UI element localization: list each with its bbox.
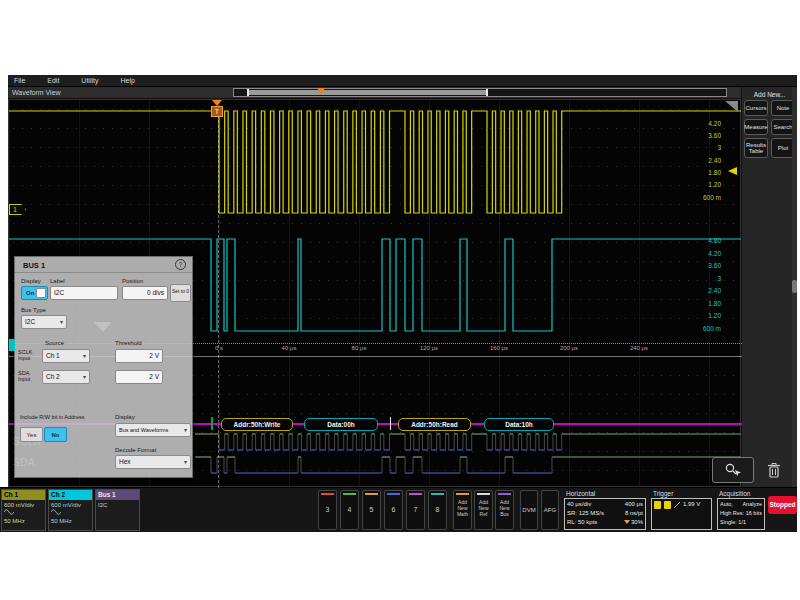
cursors-button[interactable]: Cursors bbox=[744, 100, 768, 116]
ch2-badge[interactable]: Ch 2 600 mV/div 50 MHz bbox=[48, 489, 93, 531]
add-math-label: Add New Math bbox=[457, 499, 468, 517]
toggle-knob[interactable] bbox=[36, 288, 46, 298]
ch2-reference-marker[interactable] bbox=[9, 339, 15, 351]
ch7-button[interactable]: 7 bbox=[406, 490, 425, 530]
ch5-button[interactable]: 5 bbox=[362, 490, 381, 530]
pan-handle-left-bracket[interactable] bbox=[247, 89, 249, 96]
sidebar-scrollbar-track[interactable] bbox=[792, 87, 797, 487]
ch1-badge[interactable]: Ch 1 600 mV/div 50 MHz bbox=[1, 489, 46, 531]
acq-resolution: High Res: 16 bits bbox=[720, 509, 762, 518]
stopped-button[interactable]: Stopped bbox=[768, 496, 797, 514]
menu-file[interactable]: File bbox=[14, 77, 25, 84]
bus-decode-data: Data:00h bbox=[304, 418, 378, 431]
ch2-scale-value: 3.60 bbox=[681, 262, 721, 269]
horizontal-panel[interactable]: Horizontal 40 μs/div 400 μs SR: 125 MS/s… bbox=[563, 488, 648, 532]
bus-label-input[interactable]: I2C bbox=[50, 286, 118, 300]
rw-bit-label: Include R/W bit in Address bbox=[20, 414, 85, 420]
ch6-label: 6 bbox=[385, 506, 402, 513]
menu-edit[interactable]: Edit bbox=[47, 77, 59, 84]
pan-handle-right-bracket[interactable] bbox=[486, 89, 488, 96]
trigger-time-line bbox=[218, 100, 219, 488]
trigger-t-icon: T bbox=[211, 106, 223, 117]
menu-utility[interactable]: Utility bbox=[81, 77, 98, 84]
ch6-color-stripe bbox=[387, 493, 400, 495]
display-mode-dropdown[interactable]: Bus and Waveforms ▾ bbox=[115, 423, 191, 437]
trigger-position-percent: 30% bbox=[631, 519, 643, 525]
ch2-scale-value: 4.20 bbox=[681, 250, 721, 257]
ch4-color-stripe bbox=[343, 493, 356, 495]
trigger-marker[interactable]: T bbox=[211, 100, 223, 117]
oscilloscope-app: File Edit Utility Help Waveform View T 1… bbox=[0, 0, 800, 600]
horizontal-pan-track[interactable] bbox=[233, 88, 727, 97]
ch8-label: 8 bbox=[429, 506, 446, 513]
ch1-bandwidth: 50 MHz bbox=[4, 517, 43, 525]
time-axis-tick: 240 μs bbox=[619, 345, 659, 351]
afg-button[interactable]: AFG bbox=[541, 490, 559, 530]
add-ref-label: Add New Ref bbox=[478, 499, 488, 517]
time-axis-tick: 80 μs bbox=[339, 345, 379, 351]
ch4-button[interactable]: 4 bbox=[340, 490, 359, 530]
dialog-header[interactable]: BUS 1 ? bbox=[15, 257, 192, 273]
decode-format-label: Decode Format bbox=[115, 447, 156, 453]
ch1-scale: 600 mV/div bbox=[4, 501, 43, 509]
trigger-level-arrow-icon[interactable] bbox=[728, 167, 737, 175]
sclk-source-dropdown[interactable]: Ch 1 ▾ bbox=[42, 349, 90, 363]
sclk-threshold-input[interactable]: 2 V bbox=[115, 349, 163, 363]
ch8-button[interactable]: 8 bbox=[428, 490, 447, 530]
horizontal-pan-handle[interactable] bbox=[247, 90, 488, 95]
acquisition-panel[interactable]: Acquisition Auto, Analyze High Res: 16 b… bbox=[716, 488, 766, 532]
chevron-down-icon: ▾ bbox=[83, 371, 86, 383]
source-column-label: Source bbox=[45, 340, 64, 346]
waveform-plot[interactable]: T 1 4.20 3.60 3 2.40 1.80 1.20 600 m 4.8… bbox=[8, 99, 741, 487]
ch3-color-stripe bbox=[321, 493, 334, 495]
acq-analyze: Analyze bbox=[742, 500, 762, 509]
ch5-label: 5 bbox=[363, 506, 380, 513]
sda-threshold-input[interactable]: 2 V bbox=[115, 370, 163, 384]
sda-input-label: SDA Input bbox=[18, 370, 40, 382]
add-new-math-button[interactable]: Add New Math bbox=[453, 490, 472, 530]
acq-single: Single: 1/1 bbox=[720, 518, 746, 527]
trigger-position-icon bbox=[624, 520, 630, 524]
ch8-color-stripe bbox=[431, 493, 444, 495]
ch1-scale-value: 1.20 bbox=[681, 181, 721, 188]
ch3-label: 3 bbox=[319, 506, 336, 513]
ch3-button[interactable]: 3 bbox=[318, 490, 337, 530]
zoom-tool-button[interactable] bbox=[712, 457, 754, 483]
rw-no-button[interactable]: No bbox=[44, 427, 67, 442]
display-on-toggle[interactable]: On bbox=[21, 286, 48, 300]
rw-yes-button[interactable]: Yes bbox=[20, 427, 43, 442]
set-to-zero-button[interactable]: Set to 0 bbox=[170, 284, 191, 302]
sidebar-scrollbar-handle[interactable] bbox=[792, 280, 797, 293]
bus1-badge[interactable]: Bus 1 I2C bbox=[95, 489, 140, 531]
add-new-bus-button[interactable]: Add New Bus bbox=[495, 490, 514, 530]
ch2-bandwidth: 50 MHz bbox=[51, 517, 90, 525]
add-new-ref-button[interactable]: Add New Ref bbox=[474, 490, 493, 530]
position-input[interactable]: 0 divs bbox=[122, 286, 168, 300]
trash-button[interactable] bbox=[762, 458, 786, 482]
display-mode-value: Bus and Waveforms bbox=[119, 424, 168, 436]
dvm-button[interactable]: DVM bbox=[520, 490, 538, 530]
trigger-panel[interactable]: Trigger 1.99 V bbox=[650, 488, 714, 532]
threshold-column-label: Threshold bbox=[115, 340, 142, 346]
ch1-scale-value: 3.60 bbox=[681, 132, 721, 139]
record-length: RL: 50 kpts bbox=[567, 518, 597, 527]
ch2-scale-value: 2.40 bbox=[681, 287, 721, 294]
ch7-label: 7 bbox=[407, 506, 424, 513]
decode-format-dropdown[interactable]: Hex ▾ bbox=[115, 455, 191, 469]
bus1-type: I2C bbox=[98, 501, 137, 509]
measure-button[interactable]: Measure bbox=[744, 119, 768, 135]
help-icon[interactable]: ? bbox=[175, 259, 186, 270]
sda-source-dropdown[interactable]: Ch 2 ▾ bbox=[42, 370, 90, 384]
results-table-button[interactable]: Results Table bbox=[744, 138, 768, 158]
trigger-source-icon bbox=[664, 501, 671, 509]
time-axis-tick: 40 μs bbox=[269, 345, 309, 351]
label-label: Label bbox=[50, 278, 65, 284]
menu-help[interactable]: Help bbox=[120, 77, 134, 84]
plot-corner-handle-icon[interactable] bbox=[725, 101, 738, 112]
dialog-pointer-arrow bbox=[94, 322, 112, 332]
bus-type-dropdown[interactable]: I2C ▾ bbox=[21, 315, 67, 329]
ch6-button[interactable]: 6 bbox=[384, 490, 403, 530]
sclk-input-label: SCLK Input bbox=[18, 349, 40, 361]
horizontal-scale: 40 μs/div bbox=[567, 500, 591, 509]
right-sidebar: Add New... Cursors Note Measure Search R… bbox=[741, 87, 797, 487]
